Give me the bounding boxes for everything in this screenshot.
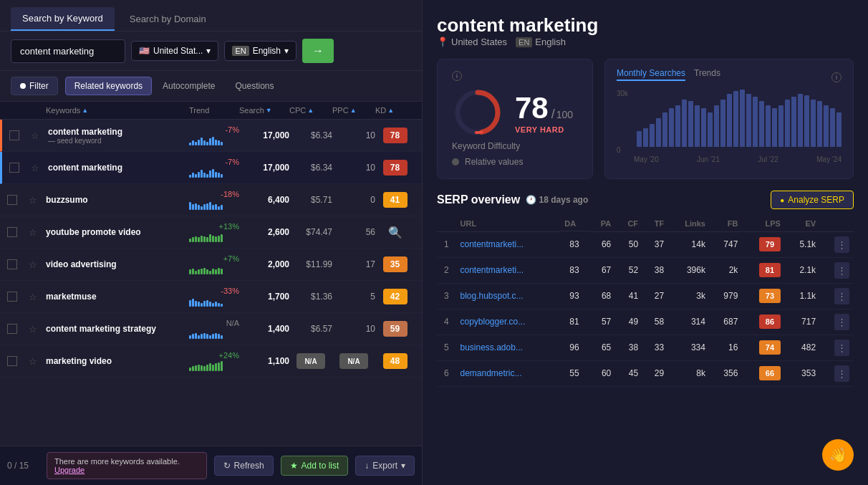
row-search-2: 17,000 xyxy=(239,163,289,173)
serp-more-button[interactable]: ⋮ xyxy=(834,288,849,304)
tab-related-keywords[interactable]: Related keywords xyxy=(65,77,152,95)
upgrade-notice: There are more keywords available. Upgra… xyxy=(47,452,207,479)
table-row[interactable]: ☆ marketmuse -33% 1,700 $1.36 5 42 xyxy=(0,281,422,313)
serp-more[interactable]: ⋮ xyxy=(820,283,854,309)
row-search-1: 17,000 xyxy=(239,130,289,140)
metrics-row: i 78 / 100 VERY HARD xyxy=(437,59,854,179)
th-fb[interactable]: FB xyxy=(710,216,742,231)
upgrade-link[interactable]: Upgrade xyxy=(54,466,85,474)
serp-table-row[interactable]: 4 copyblogger.co... 81 57 49 58 314 687 … xyxy=(437,309,854,335)
filter-button[interactable]: Filter xyxy=(11,77,58,95)
serp-more[interactable]: ⋮ xyxy=(820,257,854,283)
serp-more-button[interactable]: ⋮ xyxy=(834,340,849,356)
table-row[interactable]: ☆ content marketing — seed keyword -7% 1… xyxy=(0,120,422,152)
table-row[interactable]: ☆ marketing video +24% 1,100 N/A N/A 48 xyxy=(0,345,422,378)
search-input[interactable] xyxy=(11,39,125,63)
th-tf[interactable]: TF xyxy=(642,216,668,231)
serp-fb: 16 xyxy=(710,335,742,360)
chart-info-icon[interactable]: i xyxy=(831,72,842,82)
table-row[interactable]: ☆ content marketing -7% 17,000 $6.34 10 … xyxy=(0,152,422,184)
search-go-button[interactable]: → xyxy=(302,39,334,63)
serp-more-button[interactable]: ⋮ xyxy=(834,236,849,253)
kd-info-icon[interactable]: i xyxy=(452,71,462,81)
left-panel: Search by Keyword Search by Domain 🇺🇸 Un… xyxy=(0,0,423,485)
serp-more-button[interactable]: ⋮ xyxy=(834,262,849,279)
row-kd-6: 42 xyxy=(375,289,415,304)
serp-url-link[interactable]: contentmarketi... xyxy=(460,239,524,249)
row-star-3[interactable]: ☆ xyxy=(29,195,46,206)
serp-more[interactable]: ⋮ xyxy=(820,231,854,257)
table-row[interactable]: ☆ youtube promote video +13% 2,600 $74.4… xyxy=(0,216,422,249)
serp-table-row[interactable]: 6 demandmetric... 55 60 45 29 8k 356 66 … xyxy=(437,360,854,386)
serp-table-row[interactable]: 5 business.adob... 96 65 38 33 334 16 74… xyxy=(437,335,854,360)
th-cf[interactable]: CF xyxy=(615,216,642,231)
kd-gauge-svg xyxy=(452,87,503,138)
export-button[interactable]: ↓ Export ▾ xyxy=(355,456,415,476)
tab-domain[interactable]: Search by Domain xyxy=(118,7,218,31)
th-ev[interactable]: EV xyxy=(785,216,820,231)
th-pa[interactable]: PA xyxy=(589,216,616,231)
row-checkbox-8[interactable] xyxy=(7,356,17,366)
country-select[interactable]: 🇺🇸 United Stat... ▾ xyxy=(131,41,218,61)
serp-more[interactable]: ⋮ xyxy=(820,360,854,386)
row-checkbox-4[interactable] xyxy=(7,227,17,237)
row-star-1[interactable]: ☆ xyxy=(31,130,48,141)
language-select[interactable]: EN English ▾ xyxy=(224,41,296,61)
serp-url-link[interactable]: contentmarketi... xyxy=(460,265,524,275)
serp-da: 93 xyxy=(560,283,589,309)
row-checkbox-6[interactable] xyxy=(7,292,17,302)
serp-table-row[interactable]: 1 contentmarketi... 83 66 50 37 14k 747 … xyxy=(437,231,854,257)
row-star-4[interactable]: ☆ xyxy=(29,227,46,238)
header-ppc[interactable]: PPC ▲ xyxy=(332,106,375,115)
serp-more-button[interactable]: ⋮ xyxy=(834,365,849,382)
serp-more-button[interactable]: ⋮ xyxy=(834,314,849,330)
header-search[interactable]: Search ▼ xyxy=(239,106,289,115)
tab-monthly-searches[interactable]: Monthly Searches xyxy=(617,68,685,81)
row-checkbox-3[interactable] xyxy=(7,195,17,205)
th-da[interactable]: DA xyxy=(560,216,589,231)
table-row[interactable]: ☆ video advertising +7% 2,000 $11.99 17 … xyxy=(0,249,422,281)
row-ppc-5: 17 xyxy=(332,259,375,269)
add-to-list-button[interactable]: ★ Add to list xyxy=(281,456,349,476)
refresh-button[interactable]: ↻ Refresh xyxy=(214,456,274,476)
serp-da: 81 xyxy=(560,309,589,335)
header-keywords[interactable]: Keywords ▲ xyxy=(46,106,189,115)
analyze-serp-button[interactable]: ● Analyze SERP xyxy=(771,191,854,209)
th-lps[interactable]: LPS xyxy=(742,216,785,231)
row-checkbox-1[interactable] xyxy=(9,130,19,140)
serp-table-row[interactable]: 2 contentmarketi... 83 67 52 38 396k 2k … xyxy=(437,257,854,283)
tab-trends[interactable]: Trends xyxy=(694,68,720,81)
row-checkbox-2[interactable] xyxy=(9,163,19,173)
header-trend[interactable]: Trend xyxy=(189,106,239,115)
row-search-8: 1,100 xyxy=(239,356,289,366)
tab-keyword[interactable]: Search by Keyword xyxy=(11,7,115,31)
row-checkbox-5[interactable] xyxy=(7,259,17,269)
row-checkbox-7[interactable] xyxy=(7,324,17,334)
row-star-8[interactable]: ☆ xyxy=(29,356,46,367)
row-ppc-6: 5 xyxy=(332,292,375,302)
refresh-icon: ↻ xyxy=(223,461,231,471)
serp-url-link[interactable]: blog.hubspot.c... xyxy=(460,291,524,301)
serp-url-link[interactable]: copyblogger.co... xyxy=(460,317,526,327)
row-cpc-7: $6.57 xyxy=(289,324,332,334)
row-star-6[interactable]: ☆ xyxy=(29,292,46,302)
tab-questions[interactable]: Questions xyxy=(226,77,283,95)
row-keyword-4: youtube promote video xyxy=(46,227,189,237)
th-links[interactable]: Links xyxy=(668,216,710,231)
serp-table-row[interactable]: 3 blog.hubspot.c... 93 68 41 27 3k 979 7… xyxy=(437,283,854,309)
header-cpc[interactable]: CPC ▲ xyxy=(289,106,332,115)
serp-url-link[interactable]: business.adob... xyxy=(460,342,523,352)
serp-more[interactable]: ⋮ xyxy=(820,309,854,335)
add-to-list-icon: ★ xyxy=(290,461,298,471)
serp-more[interactable]: ⋮ xyxy=(820,335,854,360)
row-star-5[interactable]: ☆ xyxy=(29,259,46,270)
header-kd[interactable]: KD ▲ xyxy=(375,106,415,115)
serp-cf: 45 xyxy=(615,360,642,386)
table-row[interactable]: ☆ content marketing strategy N/A 1,400 $… xyxy=(0,313,422,345)
row-star-2[interactable]: ☆ xyxy=(31,163,48,173)
table-row[interactable]: ☆ buzzsumo -18% 6,400 $5.71 0 41 xyxy=(0,184,422,216)
chat-bubble[interactable]: 👋 xyxy=(822,439,854,471)
tab-autocomplete[interactable]: Autocomplete xyxy=(153,77,224,95)
row-star-7[interactable]: ☆ xyxy=(29,324,46,335)
serp-url-link[interactable]: demandmetric... xyxy=(460,368,522,378)
